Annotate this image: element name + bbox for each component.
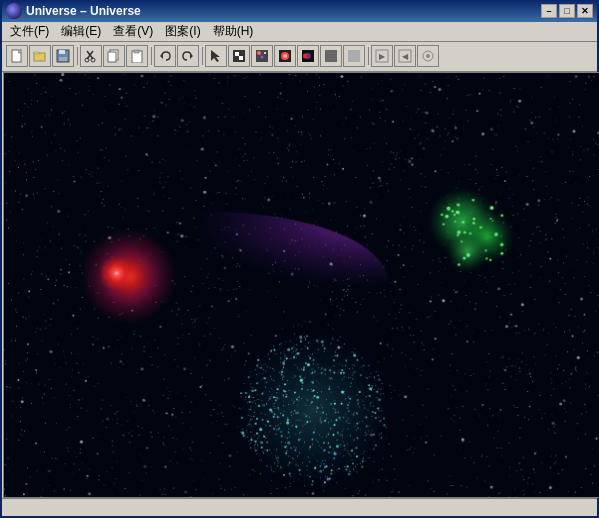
minimize-button[interactable]: –: [541, 4, 557, 18]
svg-marker-16: [211, 50, 220, 62]
tool-star-button[interactable]: [228, 45, 250, 67]
svg-point-37: [426, 54, 430, 58]
status-bar: [2, 498, 597, 516]
menu-file[interactable]: 文件(F): [4, 21, 55, 42]
maximize-button[interactable]: □: [559, 4, 575, 18]
svg-rect-2: [34, 52, 39, 54]
tool-nebula-button[interactable]: [297, 45, 319, 67]
menu-help[interactable]: 帮助(H): [207, 21, 260, 42]
svg-rect-31: [348, 50, 360, 62]
app-icon: [6, 3, 22, 19]
svg-rect-30: [325, 50, 337, 62]
new-button[interactable]: [6, 45, 28, 67]
canvas-area[interactable]: [3, 72, 599, 498]
svg-rect-18: [235, 52, 239, 56]
tool-b8-button[interactable]: ◀: [394, 45, 416, 67]
svg-rect-5: [59, 57, 67, 61]
separator-4: [366, 45, 370, 67]
svg-text:▶: ▶: [379, 52, 386, 61]
menu-bar: 文件(F) 编辑(E) 查看(V) 图案(I) 帮助(H): [2, 22, 597, 42]
paste-button[interactable]: [126, 45, 148, 67]
svg-rect-11: [108, 52, 116, 62]
close-button[interactable]: ✕: [577, 4, 593, 18]
redo-button[interactable]: [177, 45, 199, 67]
tool-b6-button[interactable]: [343, 45, 365, 67]
menu-edit[interactable]: 编辑(E): [55, 21, 107, 42]
svg-point-21: [257, 51, 261, 55]
svg-rect-4: [59, 50, 65, 54]
tool-pattern1-button[interactable]: [251, 45, 273, 67]
window-title: Universe – Universe: [26, 4, 141, 18]
toolbar: ▶ ◀: [2, 42, 597, 72]
tool-pattern2-button[interactable]: [274, 45, 296, 67]
svg-rect-13: [134, 50, 139, 53]
universe-canvas: [4, 73, 599, 497]
svg-point-29: [303, 54, 307, 58]
svg-marker-14: [160, 53, 163, 59]
title-bar: Universe – Universe – □ ✕: [2, 0, 597, 22]
select-tool-button[interactable]: [205, 45, 227, 67]
svg-point-22: [264, 52, 266, 54]
menu-pattern[interactable]: 图案(I): [159, 21, 206, 42]
open-button[interactable]: [29, 45, 51, 67]
cut-button[interactable]: [80, 45, 102, 67]
svg-text:◀: ◀: [402, 52, 409, 61]
tool-b7-button[interactable]: ▶: [371, 45, 393, 67]
svg-point-26: [283, 54, 287, 58]
separator-2: [149, 45, 153, 67]
title-bar-controls: – □ ✕: [541, 4, 593, 18]
separator-3: [200, 45, 204, 67]
save-button[interactable]: [52, 45, 74, 67]
title-bar-left: Universe – Universe: [6, 3, 141, 19]
svg-rect-19: [239, 56, 243, 60]
copy-button[interactable]: [103, 45, 125, 67]
svg-marker-15: [190, 53, 193, 59]
menu-view[interactable]: 查看(V): [107, 21, 159, 42]
tool-b5-button[interactable]: [320, 45, 342, 67]
separator-1: [75, 45, 79, 67]
undo-button[interactable]: [154, 45, 176, 67]
tool-b9-button[interactable]: [417, 45, 439, 67]
svg-point-23: [261, 56, 264, 59]
main-window: Universe – Universe – □ ✕ 文件(F) 编辑(E) 查看…: [0, 0, 599, 518]
